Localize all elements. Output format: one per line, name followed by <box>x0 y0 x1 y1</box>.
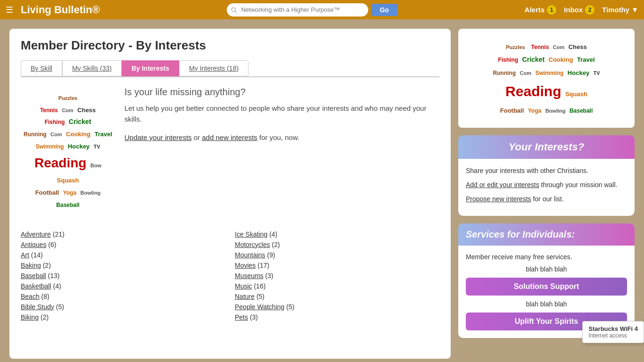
wc-travel: Travel <box>94 130 112 140</box>
interest-item: Movies (17) <box>235 262 439 269</box>
wc-r-yoga: Yoga <box>528 106 541 115</box>
starbucks-popup: Starbucks WiFi 4 Internet access <box>582 321 644 343</box>
wc-baseball-wc: Baseball <box>56 201 79 210</box>
wc-r-hockey: Hockey <box>568 68 589 78</box>
your-interests-body2: through your mission wall. <box>539 181 618 189</box>
propose-interests-link[interactable]: Propose new interests <box>466 195 531 203</box>
tab-by-skill[interactable]: By Skill <box>21 60 62 76</box>
wc-r-baseball: Baseball <box>570 106 593 115</box>
interest-link[interactable]: Bible Study <box>21 303 54 311</box>
interest-item: Music (16) <box>235 282 439 290</box>
right-sidebar: Puzzles Tennis Com Chess Fishing Cricket… <box>451 29 635 359</box>
content-wrapper: Member Directory - By Interests By Skill… <box>0 19 644 359</box>
wc-yoga: Yoga <box>63 189 76 197</box>
search-input[interactable] <box>227 3 368 16</box>
interest-link[interactable]: Music <box>235 282 252 290</box>
alerts-badge: 1 <box>547 5 556 15</box>
interest-item: Mountains (9) <box>235 251 439 259</box>
interest-link[interactable]: People Watching <box>235 303 284 311</box>
interest-item: Museums (3) <box>235 272 439 280</box>
interest-item: Basketball (4) <box>21 282 225 290</box>
interest-link[interactable]: Beach <box>21 293 40 300</box>
inbox-label: Inbox <box>564 6 583 14</box>
solutions-support-button[interactable]: Solutions Support <box>466 278 627 296</box>
your-interests-line3: Propose new interests for our list. <box>466 195 627 204</box>
interest-link[interactable]: Biking <box>21 313 39 321</box>
dropdown-arrow-icon: ▼ <box>631 6 638 14</box>
interest-link[interactable]: Museums <box>235 272 264 280</box>
starbucks-title: Starbucks WiFi 4 <box>588 325 638 332</box>
interest-item: Adventure (21) <box>21 230 225 238</box>
search-area: Go <box>107 3 517 16</box>
wc-tv: TV <box>94 143 100 151</box>
wc-bowling-small: Bow <box>91 162 101 170</box>
word-cloud-right: Puzzles Tennis Com Chess Fishing Cricket… <box>458 29 635 128</box>
services-blah1: blah blah blah <box>466 265 627 273</box>
interest-link[interactable]: Mountains <box>235 251 265 259</box>
interest-link[interactable]: Antiques <box>21 241 46 248</box>
alerts-label: Alerts <box>525 6 545 14</box>
interest-link[interactable]: Art <box>21 251 29 259</box>
wc-fishing: Fishing <box>45 118 65 127</box>
interest-link[interactable]: Basketball <box>21 282 51 290</box>
action-line: Update your interests or add new interes… <box>124 132 439 143</box>
add-edit-interests-link[interactable]: Add or edit your interests <box>466 181 539 189</box>
nav-right: Alerts 1 Inbox 2 Timothy ▼ <box>525 5 638 15</box>
wc-cooking: Cooking <box>66 130 91 140</box>
wc-r-cricket: Cricket <box>522 54 545 66</box>
update-interests-link[interactable]: Update your interests <box>124 133 192 141</box>
wc-puzzles: Puzzles <box>58 94 77 103</box>
interest-item: Baseball (13) <box>21 272 225 280</box>
wc-tennis: Tennis <box>40 106 58 115</box>
tab-by-interests[interactable]: By Interests <box>122 60 179 76</box>
wc-chess: Chess <box>77 106 96 115</box>
wc-com1: Com <box>62 107 73 115</box>
wc-swimming: Swimming <box>35 142 64 151</box>
wc-r-tv: TV <box>594 69 600 78</box>
your-interests-body1: Share your interests with other Christia… <box>466 166 627 176</box>
wc-hockey: Hockey <box>68 142 90 152</box>
wc-r-puzzles: Puzzles <box>506 43 525 52</box>
interest-link[interactable]: Baking <box>21 262 41 269</box>
tabs: By Skill My Skills (33) By Interests My … <box>21 60 439 77</box>
alerts-button[interactable]: Alerts 1 <box>525 5 557 15</box>
your-interests-box: Your Interests? Share your interests wit… <box>458 135 635 216</box>
wc-football: Football <box>35 188 59 198</box>
add-interests-link[interactable]: add new interests <box>202 133 257 141</box>
top-section: Puzzles Tennis Com Chess Fishing Cricket… <box>21 87 439 215</box>
menu-icon[interactable]: ☰ <box>6 5 13 15</box>
inbox-button[interactable]: Inbox 2 <box>564 5 594 15</box>
interest-item: Pets (3) <box>235 313 439 321</box>
interest-link[interactable]: Nature <box>235 293 255 300</box>
interest-link[interactable]: Baseball <box>21 272 46 280</box>
intro-body: Let us help you get better connected to … <box>124 103 439 124</box>
user-menu-button[interactable]: Timothy ▼ <box>602 6 638 14</box>
user-name: Timothy <box>602 6 629 14</box>
go-button[interactable]: Go <box>371 4 397 16</box>
interest-item: Ice Skating (4) <box>235 230 439 238</box>
main-panel: Member Directory - By Interests By Skill… <box>9 29 451 359</box>
word-cloud-left: Puzzles Tennis Com Chess Fishing Cricket… <box>21 87 115 215</box>
your-interests-body: Share your interests with other Christia… <box>458 159 635 216</box>
interest-link[interactable]: Adventure <box>21 230 51 238</box>
action-or: or <box>192 133 202 141</box>
interest-link[interactable]: Movies <box>235 262 256 269</box>
interest-link[interactable]: Ice Skating <box>235 230 267 238</box>
interest-item: Nature (5) <box>235 293 439 300</box>
tab-my-skills[interactable]: My Skills (33) <box>62 60 122 76</box>
wc-com2: Com <box>50 131 62 139</box>
services-blah2: blah blah blah <box>466 300 627 308</box>
interest-link[interactable]: Pets <box>235 313 248 321</box>
services-body1: Member receive many free services. <box>466 253 627 261</box>
interest-item: Art (14) <box>21 251 225 259</box>
wc-r-fishing: Fishing <box>498 55 518 65</box>
wc-r-travel: Travel <box>577 55 595 65</box>
services-title: Services for Individuals: <box>458 223 635 246</box>
wc-r-chess: Chess <box>569 42 587 52</box>
wc-r-tennis: Tennis <box>531 42 549 52</box>
interest-item: Baking (2) <box>21 262 225 269</box>
wc-cricket: Cricket <box>69 116 91 127</box>
interest-link[interactable]: Motorcycles <box>235 241 270 248</box>
tab-my-interests[interactable]: My Interests (18) <box>179 60 248 76</box>
your-interests-line2: Add or edit your interests through your … <box>466 181 627 190</box>
